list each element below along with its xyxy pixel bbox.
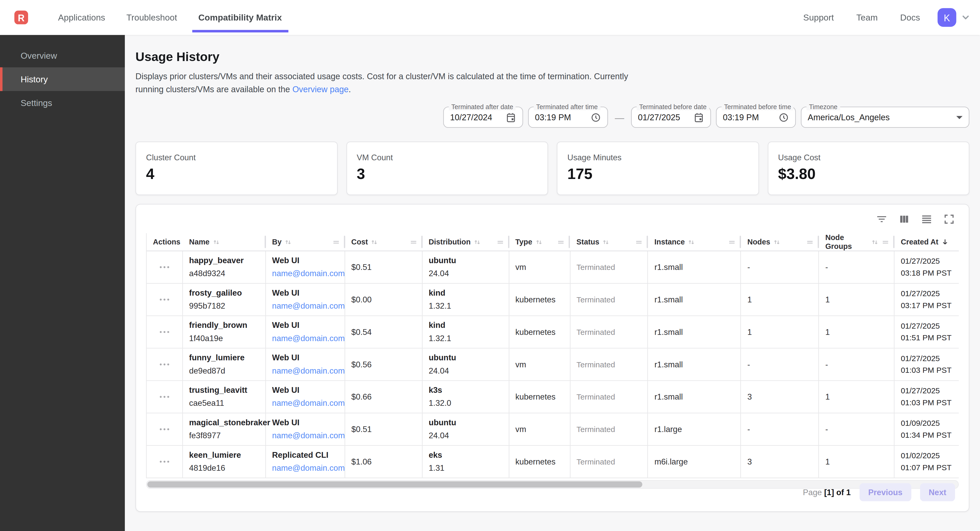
terminated-after-date-field[interactable]: Terminated after date 10/27/2024 bbox=[443, 106, 523, 128]
table-row[interactable]: magical_stonebraker fe3f8977 Web UI name… bbox=[147, 413, 959, 446]
distribution-cell: eks 1.31 bbox=[422, 446, 509, 477]
table-row[interactable]: happy_beaver a48d9324 Web UI name@domain… bbox=[147, 251, 959, 284]
distribution-name: kind bbox=[429, 319, 509, 332]
column-header-type[interactable]: Type bbox=[509, 233, 570, 251]
column-header-distribution[interactable]: Distribution bbox=[422, 233, 509, 251]
terminated-before-time-field[interactable]: Terminated before time 03:19 PM bbox=[716, 106, 796, 128]
row-actions-button[interactable] bbox=[157, 295, 172, 304]
sort-icon[interactable] bbox=[284, 238, 292, 246]
created-at-cell: 01/27/2025 01:51 PM PST bbox=[894, 316, 959, 348]
column-header-node-groups[interactable]: Node Groups bbox=[819, 233, 894, 251]
column-menu-icon[interactable] bbox=[496, 238, 504, 246]
tab-compatibility-matrix[interactable]: Compatibility Matrix bbox=[192, 0, 288, 35]
calendar-icon[interactable] bbox=[694, 112, 704, 123]
email-link[interactable]: name@domain.com bbox=[272, 462, 344, 474]
column-header-instance[interactable]: Instance bbox=[648, 233, 741, 251]
timezone-select[interactable]: Timezone America/Los_Angeles bbox=[801, 106, 969, 128]
cost-cell: $0.51 bbox=[345, 413, 422, 445]
name-cell: keen_lumiere 4819de16 bbox=[183, 446, 266, 477]
next-page-button[interactable]: Next bbox=[920, 483, 955, 501]
row-actions-button[interactable] bbox=[157, 360, 172, 369]
by-cell: Replicated CLI name@domain.com bbox=[266, 446, 345, 477]
column-header-status[interactable]: Status bbox=[570, 233, 648, 251]
row-actions-button[interactable] bbox=[157, 425, 172, 434]
column-header-by[interactable]: By bbox=[266, 233, 345, 251]
sort-icon[interactable] bbox=[602, 238, 610, 246]
column-header-cost[interactable]: Cost bbox=[345, 233, 422, 251]
nav-link-team[interactable]: Team bbox=[856, 13, 878, 22]
overview-page-link[interactable]: Overview page bbox=[292, 85, 348, 94]
previous-page-button[interactable]: Previous bbox=[859, 483, 912, 501]
dropdown-arrow-icon[interactable] bbox=[956, 116, 963, 119]
column-header-created-at[interactable]: Created At bbox=[894, 233, 959, 251]
sort-icon[interactable] bbox=[871, 238, 879, 246]
email-link[interactable]: name@domain.com bbox=[272, 365, 344, 377]
table-row[interactable]: frosty_galileo 995b7182 Web UI name@doma… bbox=[147, 284, 959, 316]
filter-icon[interactable] bbox=[876, 213, 888, 225]
scrollbar-thumb[interactable] bbox=[147, 481, 642, 488]
terminated-before-date-field[interactable]: Terminated before date 01/27/2025 bbox=[631, 106, 711, 128]
table-row[interactable]: funny_lumiere de9ed87d Web UI name@domai… bbox=[147, 349, 959, 381]
sort-icon[interactable] bbox=[773, 238, 781, 246]
email-link[interactable]: name@domain.com bbox=[272, 430, 344, 442]
field-value[interactable]: America/Los_Angeles bbox=[808, 113, 890, 122]
sort-icon[interactable] bbox=[371, 238, 379, 246]
clock-icon[interactable] bbox=[590, 112, 601, 123]
chevron-down-icon[interactable] bbox=[961, 13, 970, 22]
email-link[interactable]: name@domain.com bbox=[272, 332, 344, 345]
terminated-after-time-field[interactable]: Terminated after time 03:19 PM bbox=[528, 106, 608, 128]
column-menu-icon[interactable] bbox=[635, 238, 643, 246]
instance-cell: m6i.large bbox=[648, 446, 741, 477]
cluster-id: de9ed87d bbox=[189, 365, 265, 377]
sort-icon[interactable] bbox=[212, 238, 220, 246]
row-actions-button[interactable] bbox=[157, 392, 172, 402]
column-menu-icon[interactable] bbox=[332, 238, 340, 246]
avatar[interactable]: K bbox=[938, 8, 956, 27]
email-link[interactable]: name@domain.com bbox=[272, 397, 344, 410]
column-menu-icon[interactable] bbox=[806, 238, 814, 246]
field-value[interactable]: 03:19 PM bbox=[723, 113, 759, 122]
row-actions-button[interactable] bbox=[157, 457, 172, 467]
field-value[interactable]: 03:19 PM bbox=[535, 113, 571, 122]
nav-link-support[interactable]: Support bbox=[803, 13, 834, 22]
status-badge: Terminated bbox=[577, 425, 648, 434]
row-actions-button[interactable] bbox=[157, 262, 172, 272]
column-header-nodes[interactable]: Nodes bbox=[741, 233, 819, 251]
column-menu-icon[interactable] bbox=[881, 238, 889, 246]
email-link[interactable]: name@domain.com bbox=[272, 268, 344, 280]
distribution-version: 1.32.1 bbox=[429, 332, 509, 345]
sidebar-item-overview[interactable]: Overview bbox=[0, 44, 125, 67]
fullscreen-icon[interactable] bbox=[943, 213, 955, 225]
stat-label: Usage Minutes bbox=[568, 153, 748, 162]
sort-desc-icon[interactable] bbox=[941, 238, 950, 246]
row-actions-button[interactable] bbox=[157, 327, 172, 337]
created-by: Web UI bbox=[272, 384, 344, 396]
field-value[interactable]: 10/27/2024 bbox=[450, 113, 492, 122]
density-icon[interactable] bbox=[921, 213, 933, 225]
calendar-icon[interactable] bbox=[506, 112, 516, 123]
sort-icon[interactable] bbox=[687, 238, 695, 246]
sort-icon[interactable] bbox=[535, 238, 543, 246]
name-cell: trusting_leavitt cae5ea11 bbox=[183, 381, 266, 412]
account-menu[interactable]: K bbox=[938, 8, 970, 27]
tab-troubleshoot[interactable]: Troubleshoot bbox=[120, 0, 183, 35]
table-row[interactable]: keen_lumiere 4819de16 Replicated CLI nam… bbox=[147, 446, 959, 478]
table-row[interactable]: friendly_brown 1f40a19e Web UI name@doma… bbox=[147, 316, 959, 349]
field-value[interactable]: 01/27/2025 bbox=[638, 113, 680, 122]
column-menu-icon[interactable] bbox=[409, 238, 417, 246]
table-row[interactable]: trusting_leavitt cae5ea11 Web UI name@do… bbox=[147, 381, 959, 413]
replicated-logo[interactable]: R bbox=[14, 11, 28, 24]
column-menu-icon[interactable] bbox=[728, 238, 736, 246]
created-by: Web UI bbox=[272, 417, 344, 429]
sidebar-item-settings[interactable]: Settings bbox=[0, 91, 125, 114]
column-menu-icon[interactable] bbox=[557, 238, 565, 246]
node-groups-cell: 1 bbox=[819, 284, 894, 315]
clock-icon[interactable] bbox=[778, 112, 789, 123]
email-link[interactable]: name@domain.com bbox=[272, 300, 344, 312]
columns-icon[interactable] bbox=[898, 213, 910, 225]
sidebar-item-history[interactable]: History bbox=[0, 67, 125, 91]
sort-icon[interactable] bbox=[473, 238, 481, 246]
column-header-name[interactable]: Name bbox=[183, 233, 266, 251]
nav-link-docs[interactable]: Docs bbox=[900, 13, 920, 22]
tab-applications[interactable]: Applications bbox=[52, 0, 111, 35]
